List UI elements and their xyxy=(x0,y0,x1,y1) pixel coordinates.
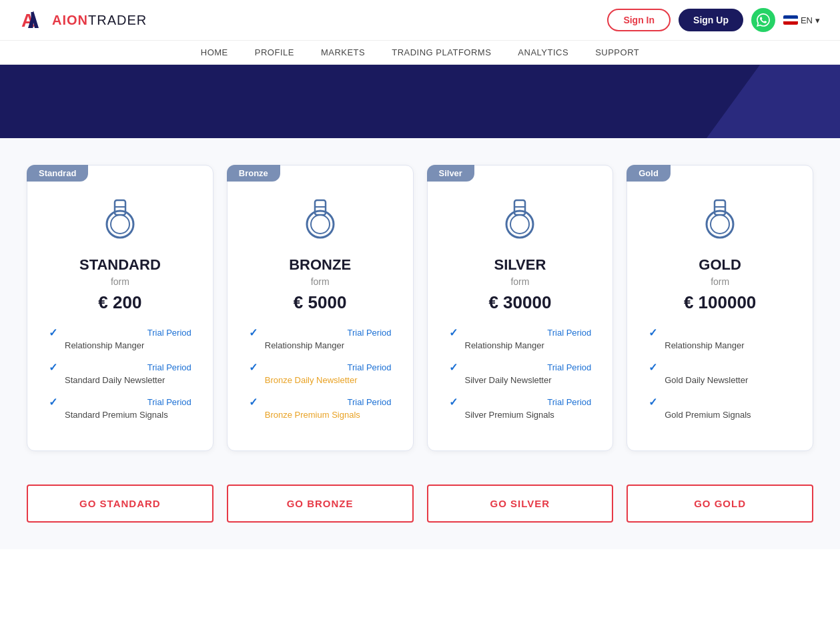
nav-trading-platforms[interactable]: TRADING PLATFORMS xyxy=(392,47,491,57)
plan-form-silver: form xyxy=(444,276,597,287)
svg-point-5 xyxy=(111,215,129,234)
pricing-section: Standrad STANDARD form € 200 ✓ Trial Per… xyxy=(0,138,840,464)
language-selector[interactable]: EN ▾ xyxy=(783,15,820,25)
check-icon: ✓ xyxy=(449,326,458,339)
feature-name: Relationship Manger xyxy=(249,340,392,350)
feature-item: ✓ Trial Period Relationship Manger xyxy=(449,326,592,350)
feature-item: ✓ Gold Premium Signals xyxy=(649,396,791,420)
main-nav: HOME PROFILE MARKETS TRADING PLATFORMS A… xyxy=(0,41,840,65)
check-icon: ✓ xyxy=(649,326,657,339)
plan-title-bronze: BRONZE xyxy=(244,256,397,274)
go-bronze-button[interactable]: GO BRONZE xyxy=(227,485,414,523)
go-gold-button[interactable]: GO GOLD xyxy=(626,485,813,523)
hero-banner xyxy=(0,65,840,138)
feature-item: ✓ Trial Period Bronze Daily Newsletter xyxy=(249,361,392,385)
plan-badge-bronze: Bronze xyxy=(227,165,280,182)
plan-price-gold: € 100000 xyxy=(643,292,797,313)
nav-analytics[interactable]: ANALYTICS xyxy=(518,47,568,57)
feature-item: ✓ Trial Period Silver Premium Signals xyxy=(449,396,592,420)
feature-item: ✓ Trial Period Bronze Premium Signals xyxy=(249,396,392,420)
logo-text: AIONTRADER xyxy=(52,13,147,28)
buttons-section: GO STANDARD GO BRONZE GO SILVER GO GOLD xyxy=(0,464,840,549)
feature-name: Standard Premium Signals xyxy=(49,410,191,420)
lang-label: EN xyxy=(801,15,813,25)
feature-period: Trial Period xyxy=(348,328,392,338)
plan-card-bronze: Bronze BRONZE form € 5000 ✓ Trial Period… xyxy=(227,165,414,451)
feature-name: Relationship Manger xyxy=(649,340,791,350)
feature-item: ✓ Trial Period Relationship Manger xyxy=(249,326,392,350)
feature-name: Silver Daily Newsletter xyxy=(449,375,592,385)
plan-price-silver: € 30000 xyxy=(444,292,597,313)
chevron-down-icon: ▾ xyxy=(815,15,820,25)
feature-period: Trial Period xyxy=(147,397,191,407)
flag-icon xyxy=(783,15,798,25)
feature-period: Trial Period xyxy=(348,397,392,407)
plan-badge-standard: Standrad xyxy=(27,165,88,182)
svg-point-9 xyxy=(311,215,330,234)
feature-item: ✓ Trial Period Silver Daily Newsletter xyxy=(449,361,592,385)
check-icon: ✓ xyxy=(249,396,258,408)
feature-item: ✓ Relationship Manger xyxy=(649,326,791,350)
check-icon: ✓ xyxy=(249,361,258,374)
feature-item: ✓ Trial Period Standard Daily Newsletter xyxy=(49,361,191,385)
feature-period: Trial Period xyxy=(547,397,591,407)
feature-period: Trial Period xyxy=(547,362,591,372)
plan-title-gold: GOLD xyxy=(643,256,797,274)
medal-icon-silver xyxy=(500,199,540,246)
medal-icon-bronze xyxy=(300,199,340,246)
feature-period: Trial Period xyxy=(147,362,191,372)
feature-period: Trial Period xyxy=(547,328,591,338)
plan-title-silver: SILVER xyxy=(444,256,597,274)
header-actions: Sign In Sign Up EN ▾ xyxy=(607,8,820,32)
plan-badge-silver: Silver xyxy=(427,165,474,182)
feature-name: Relationship Manger xyxy=(449,340,592,350)
check-icon: ✓ xyxy=(649,361,657,374)
feature-name: Standard Daily Newsletter xyxy=(49,375,191,385)
plan-badge-gold: Gold xyxy=(626,165,671,182)
feature-item: ✓ Gold Daily Newsletter xyxy=(649,361,791,385)
plan-title-standard: STANDARD xyxy=(43,256,197,274)
plan-form-standard: form xyxy=(43,276,197,287)
whatsapp-button[interactable] xyxy=(751,8,775,32)
check-icon: ✓ xyxy=(449,361,458,374)
feature-name: Bronze Daily Newsletter xyxy=(249,375,392,385)
logo: A AIONTRADER xyxy=(20,7,147,33)
svg-point-17 xyxy=(711,215,729,234)
nav-profile[interactable]: PROFILE xyxy=(255,47,294,57)
plan-price-standard: € 200 xyxy=(43,292,197,313)
feature-name: Silver Premium Signals xyxy=(449,410,592,420)
signin-button[interactable]: Sign In xyxy=(607,9,671,31)
medal-icon-standard xyxy=(100,199,140,246)
check-icon: ✓ xyxy=(49,396,57,408)
go-standard-button[interactable]: GO STANDARD xyxy=(27,485,214,523)
signup-button[interactable]: Sign Up xyxy=(679,9,743,31)
plan-form-bronze: form xyxy=(244,276,397,287)
go-silver-button[interactable]: GO SILVER xyxy=(427,485,614,523)
logo-icon: A xyxy=(20,7,47,33)
medal-icon-gold xyxy=(700,199,740,246)
plan-price-bronze: € 5000 xyxy=(244,292,397,313)
feature-name: Bronze Premium Signals xyxy=(249,410,392,420)
nav-markets[interactable]: MARKETS xyxy=(321,47,365,57)
nav-support[interactable]: SUPPORT xyxy=(595,47,639,57)
check-icon: ✓ xyxy=(249,326,258,339)
check-icon: ✓ xyxy=(49,326,57,339)
feature-period: Trial Period xyxy=(348,362,392,372)
plan-card-silver: Silver SILVER form € 30000 ✓ Trial Perio… xyxy=(427,165,614,451)
header: A AIONTRADER Sign In Sign Up EN ▾ xyxy=(0,0,840,41)
plan-card-standard: Standrad STANDARD form € 200 ✓ Trial Per… xyxy=(27,165,214,451)
plan-form-gold: form xyxy=(643,276,797,287)
feature-item: ✓ Trial Period Relationship Manger xyxy=(49,326,191,350)
svg-point-13 xyxy=(510,215,529,234)
feature-name: Gold Daily Newsletter xyxy=(649,375,791,385)
check-icon: ✓ xyxy=(649,396,657,408)
feature-name: Gold Premium Signals xyxy=(649,410,791,420)
feature-period: Trial Period xyxy=(147,328,191,338)
plan-card-gold: Gold GOLD form € 100000 ✓ Relationship M… xyxy=(626,165,813,451)
nav-home[interactable]: HOME xyxy=(201,47,228,57)
feature-item: ✓ Trial Period Standard Premium Signals xyxy=(49,396,191,420)
check-icon: ✓ xyxy=(449,396,458,408)
feature-name: Relationship Manger xyxy=(49,340,191,350)
check-icon: ✓ xyxy=(49,361,57,374)
